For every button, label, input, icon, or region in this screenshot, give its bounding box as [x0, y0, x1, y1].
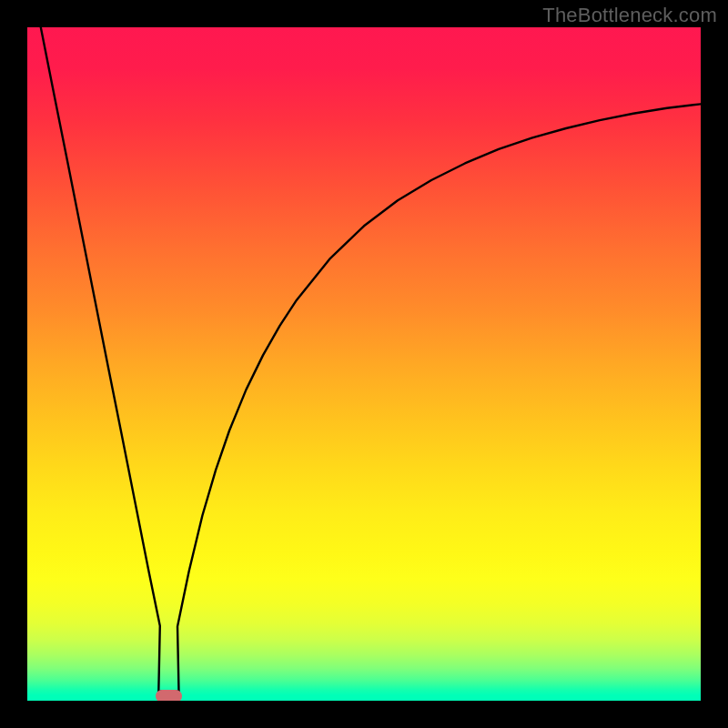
curve-svg	[27, 27, 701, 701]
watermark-text: TheBottleneck.com	[542, 4, 717, 27]
chart-container: TheBottleneck.com	[0, 0, 728, 728]
plot-area	[27, 27, 701, 701]
min-marker	[156, 690, 183, 701]
curve-path	[41, 27, 701, 692]
